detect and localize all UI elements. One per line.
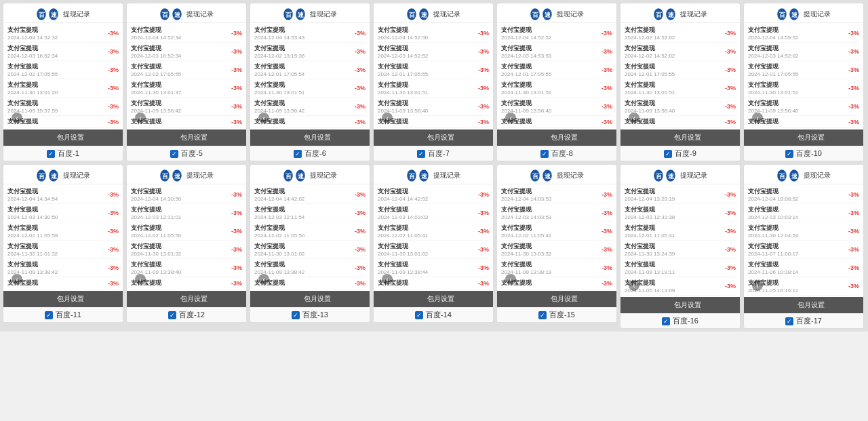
nav-arrow-left[interactable]: ‹ [382,113,393,123]
nav-arrow-left[interactable]: ‹ [629,280,639,291]
card-checkbox[interactable] [294,150,302,158]
record-date: 2024-11-30 13:01:51 [378,89,428,96]
card-checkbox[interactable] [540,150,549,158]
svg-text:速: 速 [791,12,798,18]
card-checkbox[interactable] [170,150,178,158]
record-title: 支付宝提现 [378,26,428,35]
svg-text:速: 速 [298,173,304,180]
card-checkbox[interactable] [538,311,547,319]
record-amount: -3% [848,264,859,271]
footer-label[interactable]: 包月设置 [269,294,366,304]
card-footer-bar: ‹包月设置 [620,129,740,146]
footer-label[interactable]: 包月设置 [146,133,242,142]
record-info: 支付宝提现2024-11-09 13:56:40 [378,99,428,114]
record-info: 支付宝提现2024-12-04 14:52:50 [378,26,428,41]
record-date: 2024-11-30 13:24:39 [625,251,675,257]
card-label-row[interactable]: 百度-6 [250,146,370,161]
card-checkbox[interactable] [785,150,793,158]
card-label-row[interactable]: 百度-12 [127,307,246,322]
card-checkbox[interactable] [785,317,793,325]
card-checkbox[interactable] [664,150,672,158]
card-label-row[interactable]: 百度-10 [744,146,863,161]
card-label-row[interactable]: 百度-1 [3,146,123,161]
record-row: 支付宝提现2024-12-02 11:05:59-3% [7,222,119,241]
card-header-14: 百 速 提现记录 [374,165,493,184]
card-checkbox[interactable] [415,311,423,319]
record-amount: -3% [848,209,859,216]
record-amount: -3% [108,103,119,110]
record-title: 支付宝提现 [501,205,551,214]
nav-arrow-left[interactable]: ‹ [752,280,763,291]
record-info: 支付宝提现2024-12-02 13:15:36 [254,44,304,59]
footer-label[interactable]: 包月设置 [516,294,612,304]
card-label-row[interactable]: 百度-8 [497,146,616,161]
nav-arrow-left[interactable]: ‹ [12,113,22,123]
card-name-label: 百度-5 [181,148,203,159]
footer-label[interactable]: 包月设置 [516,133,612,142]
record-info: 支付宝提现2024-12-03 14:03:03 [378,205,428,220]
record-info: 支付宝提现2024-12-04 14:42:52 [378,187,428,202]
footer-label[interactable]: 包月设置 [393,294,489,304]
nav-arrow-left[interactable]: ‹ [505,113,516,123]
record-row: 支付宝提现2024-12-04 14:03:53-3% [501,186,612,204]
card-label-row[interactable]: 百度-14 [374,307,493,322]
record-row: 支付宝提现2024-12-04 14:52:32-3% [7,24,119,43]
record-info: 支付宝提现2024-12-01 17:05:54 [254,62,304,77]
record-date: 2024-12-03 12:11:54 [254,214,304,220]
footer-label[interactable]: 包月设置 [763,300,859,310]
footer-label[interactable]: 包月设置 [22,133,119,142]
card-footer-bar: ‹包月设置 [3,291,123,307]
record-title: 支付宝提现 [748,99,798,108]
nav-arrow-left[interactable]: ‹ [752,113,763,123]
card-checkbox[interactable] [47,150,55,158]
card-label-row[interactable]: 百度-15 [497,307,616,322]
record-amount: -3% [601,280,612,287]
card-label-row[interactable]: 百度-5 [127,146,246,161]
card-checkbox[interactable] [292,311,300,319]
nav-arrow-left[interactable]: ‹ [258,274,269,285]
footer-label[interactable]: 包月设置 [146,294,242,304]
card-label-row[interactable]: 百度-7 [374,146,493,161]
nav-arrow-left[interactable]: ‹ [258,113,269,123]
nav-arrow-left[interactable]: ‹ [382,274,393,285]
record-amount: -3% [231,228,242,235]
record-title: 支付宝提现 [131,205,181,214]
card-body-8: 支付宝提现2024-12-04 14:52:52-3%支付宝提现2024-12-… [497,23,616,129]
record-amount: -3% [848,228,859,235]
record-row: 支付宝提现2024-11-30 11:01:32-3% [7,241,119,259]
card-label-row[interactable]: 百度-11 [3,307,123,322]
card-checkbox[interactable] [662,317,670,325]
card-checkbox[interactable] [168,311,176,319]
record-info: 支付宝提现2024-11-07 11:06:17 [748,242,798,257]
record-date: 2024-12-02 17:05:55 [131,71,181,77]
record-amount: -3% [355,30,366,37]
footer-label[interactable]: 包月设置 [639,133,736,142]
card-checkbox[interactable] [417,150,425,158]
footer-label[interactable]: 包月设置 [393,133,489,142]
footer-label[interactable]: 包月设置 [22,294,119,304]
card-label-row[interactable]: 百度-17 [744,313,863,328]
card-body-11: 支付宝提现2024-12-04 14:34:54-3%支付宝提现2024-12-… [3,184,123,291]
nav-arrow-left[interactable]: ‹ [135,274,146,285]
record-row: 支付宝提现2024-12-04 14:52:50-3% [378,24,489,43]
record-row: 支付宝提现2024-12-02 17:05:55-3% [131,61,242,79]
record-amount: -3% [355,228,366,235]
record-date: 2024-11-30 11:01:32 [7,251,58,257]
record-date: 2024-12-04 13:29:19 [625,196,675,202]
footer-label[interactable]: 包月设置 [269,133,366,142]
card-checkbox[interactable] [45,311,53,319]
record-date: 2024-12-04 14:52:50 [378,35,428,41]
header-title: 提现记录 [310,171,337,180]
record-row: 支付宝提现2024-12-01 11:05:41-3% [625,222,736,241]
nav-arrow-left[interactable]: ‹ [505,274,516,285]
record-row: 支付宝提现2024-11-30 13:01:32-3% [131,241,242,259]
footer-label[interactable]: 包月设置 [639,300,736,310]
nav-arrow-left[interactable]: ‹ [12,274,22,285]
nav-arrow-left[interactable]: ‹ [629,113,639,123]
nav-arrow-left[interactable]: ‹ [135,113,146,123]
card-label-row[interactable]: 百度-9 [620,146,740,161]
card-label-row[interactable]: 百度-16 [620,313,740,328]
card-label-row[interactable]: 百度-13 [250,307,370,322]
record-date: 2024-12-04 14:03:53 [501,196,551,202]
footer-label[interactable]: 包月设置 [763,133,859,142]
